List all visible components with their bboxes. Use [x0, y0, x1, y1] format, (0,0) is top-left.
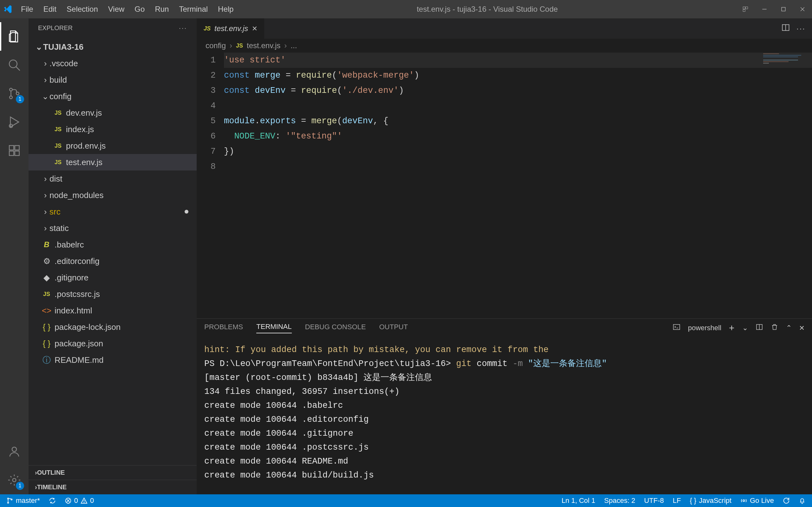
breadcrumb-seg[interactable]: config	[206, 41, 226, 50]
tree-folder-src[interactable]: ›src	[29, 204, 197, 220]
tree-file-.gitignore[interactable]: ◆.gitignore	[29, 269, 197, 286]
minimize-button[interactable]	[755, 0, 774, 18]
editor[interactable]: 12345678 'use strict'const merge = requi…	[197, 53, 812, 319]
tree-folder-dist[interactable]: ›dist	[29, 170, 197, 187]
code-line[interactable]: module.exports = merge(devEnv, {	[224, 113, 812, 129]
tree-file-index.js[interactable]: JSindex.js	[29, 121, 197, 137]
tree-file-prod.env.js[interactable]: JSprod.env.js	[29, 137, 197, 154]
tree-file-.babelrc[interactable]: B.babelrc	[29, 236, 197, 253]
settings-icon[interactable]: 1	[0, 466, 29, 494]
status-branch[interactable]: master*	[6, 497, 40, 505]
chevron-right-icon: ›	[284, 41, 287, 50]
lang-label: JavaScript	[699, 497, 731, 505]
panel-tab-output[interactable]: OUTPUT	[379, 323, 408, 333]
status-language[interactable]: { } JavaScript	[690, 497, 732, 505]
svg-point-18	[13, 478, 16, 482]
accounts-icon[interactable]	[0, 437, 29, 466]
minimap[interactable]	[761, 53, 812, 319]
js-icon: JS	[41, 291, 52, 297]
extensions-icon[interactable]	[0, 136, 29, 165]
status-sync-icon[interactable]	[49, 497, 56, 504]
tree-file-.editorconfig[interactable]: ⚙.editorconfig	[29, 253, 197, 269]
status-eol[interactable]: LF	[673, 497, 681, 505]
js-icon: JS	[53, 159, 63, 166]
menu-edit[interactable]: Edit	[38, 5, 61, 14]
breadcrumb-seg[interactable]: ...	[291, 41, 297, 50]
code-line[interactable]: 'use strict'	[224, 53, 812, 68]
tab-close-icon[interactable]: ×	[252, 23, 257, 34]
menu-file[interactable]: File	[16, 5, 38, 14]
window-controls	[736, 0, 812, 18]
golive-label: Go Live	[750, 497, 774, 505]
menu-selection[interactable]: Selection	[61, 5, 103, 14]
trash-icon[interactable]	[771, 323, 778, 333]
status-encoding[interactable]: UTF-8	[644, 497, 664, 505]
svg-rect-13	[9, 146, 14, 150]
search-icon[interactable]	[0, 51, 29, 79]
menu-run[interactable]: Run	[150, 5, 174, 14]
close-button[interactable]	[793, 0, 812, 18]
code-line[interactable]: const merge = require('webpack-merge')	[224, 68, 812, 83]
tree-folder-.vscode[interactable]: ›.vscode	[29, 55, 197, 72]
breadcrumb-seg[interactable]: test.env.js	[247, 41, 281, 50]
tree-folder-node_modules[interactable]: ›node_modules	[29, 187, 197, 204]
status-bell-icon[interactable]	[799, 497, 806, 504]
settings-badge: 1	[16, 482, 24, 490]
tree-folder-static[interactable]: ›static	[29, 220, 197, 236]
terminal-line: create mode 100644 build/build.js	[204, 468, 804, 482]
outline-section[interactable]: › OUTLINE	[29, 465, 197, 480]
source-control-icon[interactable]: 1	[0, 79, 29, 108]
more-icon[interactable]: ···	[797, 24, 806, 33]
new-terminal-icon[interactable]: +	[729, 323, 734, 333]
editor-group: JS test.env.js × ··· config › JS test.en…	[197, 18, 812, 494]
close-panel-icon[interactable]: ×	[799, 323, 804, 333]
panel-tab-debug-console[interactable]: DEBUG CONSOLE	[305, 323, 366, 333]
code-line[interactable]: })	[224, 144, 812, 159]
info-icon: ⓘ	[41, 354, 52, 366]
tree-root[interactable]: ⌄TUJIA3-16	[29, 39, 197, 55]
terminal[interactable]: hint: If you added this path by mistake,…	[197, 337, 812, 494]
status-lncol[interactable]: Ln 1, Col 1	[561, 497, 595, 505]
breadcrumb[interactable]: config › JS test.env.js › ...	[197, 39, 812, 53]
status-feedback-icon[interactable]	[783, 497, 790, 504]
menu-help[interactable]: Help	[213, 5, 239, 14]
split-editor-icon[interactable]	[781, 23, 790, 34]
panel-tab-problems[interactable]: PROBLEMS	[204, 323, 243, 333]
status-problems[interactable]: 0 0	[65, 497, 94, 505]
section-label: TIMELINE	[37, 484, 67, 491]
tree-file-dev.env.js[interactable]: JSdev.env.js	[29, 105, 197, 121]
split-panel-icon[interactable]	[756, 323, 763, 333]
menu-terminal[interactable]: Terminal	[174, 5, 213, 14]
layout-icon[interactable]	[736, 0, 755, 18]
code[interactable]: 'use strict'const merge = require('webpa…	[224, 53, 812, 319]
explorer-icon[interactable]	[0, 22, 29, 51]
json-icon: { }	[41, 339, 52, 349]
tree-folder-build[interactable]: ›build	[29, 72, 197, 88]
code-line[interactable]: const devEnv = require('./dev.env')	[224, 83, 812, 98]
menu-go[interactable]: Go	[130, 5, 150, 14]
sidebar: EXPLORER ··· ⌄TUJIA3-16›.vscode›build⌄co…	[29, 18, 197, 494]
more-icon[interactable]: ···	[179, 24, 187, 32]
tree-file-index.html[interactable]: <>index.html	[29, 302, 197, 319]
run-debug-icon[interactable]	[0, 108, 29, 136]
chevron-icon: ›	[41, 190, 49, 200]
tree-file-package.json[interactable]: { }package.json	[29, 335, 197, 352]
status-spaces[interactable]: Spaces: 2	[604, 497, 635, 505]
chevron-up-icon[interactable]: ⌃	[786, 324, 792, 332]
tab-test-env-js[interactable]: JS test.env.js ×	[197, 18, 264, 39]
shell-name[interactable]: powershell	[688, 324, 721, 332]
code-line[interactable]	[224, 98, 812, 113]
timeline-section[interactable]: › TIMELINE	[29, 480, 197, 494]
code-line[interactable]: NODE_ENV: '"testing"'	[224, 129, 812, 144]
panel-tab-terminal[interactable]: TERMINAL	[256, 323, 292, 333]
code-line[interactable]	[224, 159, 812, 174]
tree-file-test.env.js[interactable]: JStest.env.js	[29, 154, 197, 170]
tree-file-README.md[interactable]: ⓘREADME.md	[29, 352, 197, 368]
tree-folder-config[interactable]: ⌄config	[29, 88, 197, 105]
status-golive[interactable]: Go Live	[740, 497, 774, 505]
chevron-down-icon[interactable]: ⌄	[742, 324, 748, 332]
menu-view[interactable]: View	[103, 5, 130, 14]
maximize-button[interactable]	[774, 0, 793, 18]
tree-file-package-lock.json[interactable]: { }package-lock.json	[29, 319, 197, 335]
tree-file-.postcssrc.js[interactable]: JS.postcssrc.js	[29, 286, 197, 302]
